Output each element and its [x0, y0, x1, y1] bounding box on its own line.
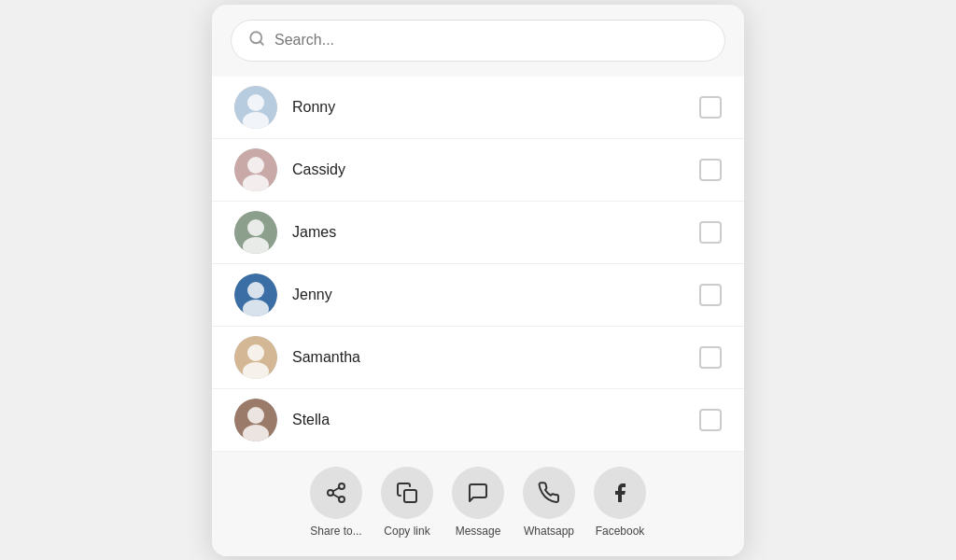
svg-point-12	[247, 282, 264, 299]
svg-point-6	[247, 157, 264, 174]
action-share-to[interactable]: Share to...	[310, 467, 362, 538]
checkbox-james[interactable]	[699, 221, 722, 244]
contact-name-cassidy: Cassidy	[292, 161, 684, 178]
svg-rect-25	[404, 490, 416, 502]
action-label-share-to: Share to...	[310, 525, 361, 538]
contact-name-ronny: Ronny	[292, 99, 684, 116]
svg-point-18	[247, 407, 264, 424]
svg-line-24	[333, 487, 340, 491]
action-icon-whatsapp	[523, 467, 575, 519]
contact-item-cassidy[interactable]: Cassidy	[212, 139, 744, 202]
avatar-jenny	[234, 273, 277, 316]
contact-item-stella[interactable]: Stella	[212, 389, 744, 452]
avatar-stella	[234, 399, 277, 441]
action-label-copy-link: Copy link	[384, 525, 429, 538]
contact-item-ronny[interactable]: Ronny	[212, 77, 744, 139]
avatar-samantha	[234, 336, 277, 379]
action-label-facebook: Facebook	[596, 525, 645, 538]
checkbox-cassidy[interactable]	[699, 159, 722, 181]
action-label-whatsapp: Whatsapp	[524, 525, 574, 538]
svg-point-15	[247, 344, 264, 361]
action-label-message: Message	[456, 525, 501, 538]
contact-name-james: James	[292, 224, 684, 241]
svg-point-3	[247, 94, 264, 111]
action-icon-copy-link	[381, 467, 433, 519]
checkbox-stella[interactable]	[699, 409, 722, 431]
checkbox-ronny[interactable]	[699, 96, 722, 119]
svg-line-1	[260, 41, 262, 44]
avatar-james	[234, 211, 277, 254]
contact-item-jenny[interactable]: Jenny	[212, 264, 744, 327]
svg-point-9	[247, 219, 264, 236]
search-input[interactable]	[274, 32, 708, 49]
checkbox-samantha[interactable]	[699, 346, 722, 369]
action-message[interactable]: Message	[452, 467, 504, 538]
avatar-ronny	[234, 86, 277, 129]
action-facebook[interactable]: Facebook	[594, 467, 646, 538]
action-icon-facebook	[594, 467, 646, 519]
share-actions: Share to... Copy link Message Whatsapp F…	[212, 452, 744, 556]
contact-name-jenny: Jenny	[292, 287, 684, 303]
contact-item-samantha[interactable]: Samantha	[212, 327, 744, 389]
action-icon-share-to	[310, 467, 362, 519]
search-container	[212, 5, 744, 77]
contact-item-james[interactable]: James	[212, 202, 744, 264]
search-icon	[248, 30, 265, 51]
search-bar	[231, 20, 725, 62]
contacts-list: Ronny Cassidy James Jenny Samantha Stell…	[212, 77, 744, 452]
share-modal: Ronny Cassidy James Jenny Samantha Stell…	[212, 5, 744, 556]
avatar-cassidy	[234, 148, 277, 191]
contact-name-stella: Stella	[292, 412, 684, 428]
action-copy-link[interactable]: Copy link	[381, 467, 433, 538]
checkbox-jenny[interactable]	[699, 284, 722, 306]
contact-name-samantha: Samantha	[292, 349, 684, 366]
action-whatsapp[interactable]: Whatsapp	[523, 467, 575, 538]
action-icon-message	[452, 467, 504, 519]
svg-line-23	[333, 494, 340, 497]
